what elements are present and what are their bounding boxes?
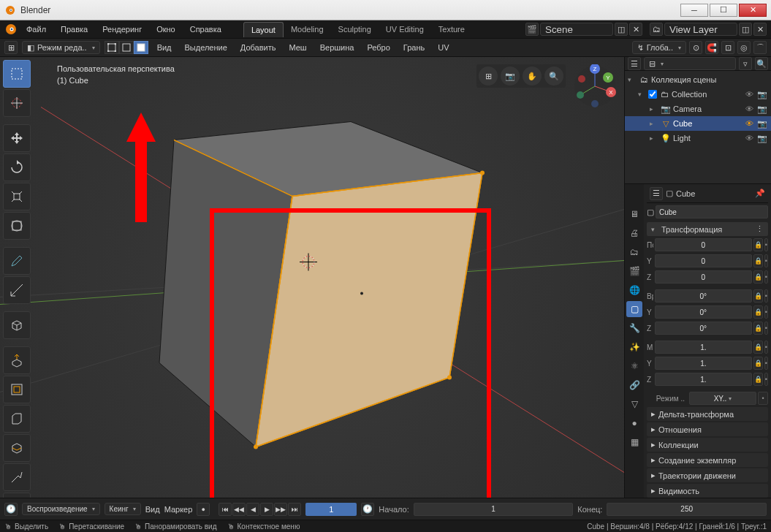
transform-panel-header[interactable]: ▾ Трансформация ⋮ xyxy=(647,222,768,236)
outliner-search-icon[interactable]: 🔍 xyxy=(755,57,768,70)
prop-tab-render[interactable]: 🖥 xyxy=(626,206,642,222)
loc-y-input[interactable] xyxy=(655,254,752,267)
collection-checkbox[interactable] xyxy=(648,90,657,99)
jump-start-button[interactable]: ⏮ xyxy=(219,503,232,516)
tool-add-cube[interactable] xyxy=(3,311,31,339)
viewport[interactable]: Пользовательская перспектива (1) Cube ⊞ … xyxy=(0,57,624,498)
loc-x-input[interactable] xyxy=(655,238,752,251)
minimize-button[interactable]: ─ xyxy=(680,4,708,17)
outliner-tree[interactable]: ▾ 🗂 Коллекция сцены ▾ 🗀 Collection 👁 📷 ▸ xyxy=(625,71,771,183)
header-menu-select[interactable]: Выделение xyxy=(181,41,232,54)
tool-rotate[interactable] xyxy=(3,153,31,181)
loc-z-input[interactable] xyxy=(655,270,752,284)
outliner-display-mode[interactable]: ⊟ xyxy=(644,57,736,70)
header-menu-vertex[interactable]: Вершина xyxy=(316,41,359,54)
tree-collection[interactable]: ▾ 🗀 Collection 👁 📷 xyxy=(625,87,771,102)
use-preview-range-button[interactable]: 🕐 xyxy=(361,503,374,516)
scale-y-input[interactable] xyxy=(655,357,752,370)
rot-z-input[interactable] xyxy=(655,322,752,335)
visibility-icon[interactable]: 👁 xyxy=(743,119,755,128)
snap-icon[interactable]: 🧲 xyxy=(705,41,718,54)
navigation-gizmo[interactable]: X Y Z xyxy=(573,64,617,108)
tool-cursor[interactable] xyxy=(3,89,31,117)
visibility-icon[interactable]: 👁 xyxy=(743,134,755,142)
visibility-icon[interactable]: 👁 xyxy=(743,90,755,99)
tool-knife[interactable] xyxy=(3,463,31,491)
outliner-filter-icon[interactable]: ▿ xyxy=(739,57,752,70)
tree-item-camera[interactable]: ▸ 📷 Camera 👁 📷 xyxy=(625,102,771,116)
tab-uv[interactable]: UV Editing xyxy=(379,22,431,37)
face-select-button[interactable] xyxy=(134,41,148,54)
panel-collections[interactable]: ▸Коллекции xyxy=(647,438,768,452)
next-key-button[interactable]: ▶▶ xyxy=(274,503,287,516)
rotation-mode-select[interactable]: XY.. xyxy=(689,392,756,405)
play-button[interactable]: ▶ xyxy=(260,503,273,516)
viewport-zoom-icon[interactable]: 🔍 xyxy=(544,66,563,86)
tree-item-cube[interactable]: ▸ ▽ Cube 👁 📷 xyxy=(625,116,771,131)
edge-select-button[interactable] xyxy=(119,41,134,54)
prop-tab-data[interactable]: ▽ xyxy=(626,396,642,412)
blender-logo[interactable] xyxy=(4,23,18,36)
frame-start-input[interactable] xyxy=(414,503,574,516)
prop-tab-texture[interactable]: ▦ xyxy=(626,434,642,450)
playback-menu[interactable]: Воспроизведение xyxy=(22,503,100,515)
prop-tab-physics[interactable]: ⚛ xyxy=(626,358,642,374)
panel-delta[interactable]: ▸Дельта-трансформа xyxy=(647,407,768,421)
tool-inset[interactable] xyxy=(3,376,31,403)
scale-z-input[interactable] xyxy=(655,373,752,386)
maximize-button[interactable]: ☐ xyxy=(710,4,737,17)
menu-edit[interactable]: Правка xyxy=(55,23,94,36)
viewport-pan-icon[interactable]: ✋ xyxy=(523,66,542,86)
autokey-button[interactable]: ● xyxy=(197,503,210,516)
tool-bevel[interactable] xyxy=(3,405,31,433)
menu-render[interactable]: Рендеринг xyxy=(96,23,148,36)
browse-layer-icon[interactable]: 🗂 xyxy=(650,23,663,36)
tab-layout[interactable]: Layout xyxy=(243,22,284,37)
tree-item-light[interactable]: ▸ 💡 Light 👁 📷 xyxy=(625,131,771,145)
prop-tab-output[interactable]: 🖨 xyxy=(626,225,642,241)
timeline-view[interactable]: Вид xyxy=(145,505,160,514)
panel-visibility[interactable]: ▸Видимость xyxy=(647,484,768,498)
scale-x-input[interactable] xyxy=(655,341,752,354)
play-reverse-button[interactable]: ◀ xyxy=(246,503,259,516)
prop-tab-constraint[interactable]: 🔗 xyxy=(626,377,642,393)
vertex-select-button[interactable] xyxy=(105,41,119,54)
prev-key-button[interactable]: ◀◀ xyxy=(232,503,246,516)
editor-type-icon[interactable]: ⊞ xyxy=(4,41,18,54)
prop-tab-scene[interactable]: 🎬 xyxy=(626,263,642,279)
prop-tab-modifier[interactable]: 🔧 xyxy=(626,320,642,336)
prop-tab-material[interactable]: ● xyxy=(626,415,642,431)
tab-sculpting[interactable]: Sculpting xyxy=(331,22,379,37)
panel-motion-paths[interactable]: ▸Траектории движени xyxy=(647,468,768,482)
menu-help[interactable]: Справка xyxy=(184,23,227,36)
rot-x-input[interactable] xyxy=(655,289,752,303)
snap-type-icon[interactable]: ⊡ xyxy=(721,41,734,54)
new-scene-button[interactable]: ◫ xyxy=(615,23,628,36)
tool-annotate[interactable] xyxy=(3,247,31,275)
tool-extrude[interactable] xyxy=(3,346,31,374)
prop-editor-icon[interactable]: ☰ xyxy=(650,187,663,200)
render-icon[interactable]: 📷 xyxy=(756,119,768,129)
prop-tab-viewlayer[interactable]: 🗂 xyxy=(626,244,642,260)
object-name-input[interactable] xyxy=(656,205,768,218)
proportional-edit-icon[interactable]: ◎ xyxy=(737,41,751,54)
jump-end-button[interactable]: ⏭ xyxy=(288,503,301,516)
render-icon[interactable]: 📷 xyxy=(756,90,768,99)
tab-texture[interactable]: Texture xyxy=(431,22,472,37)
panel-instancing[interactable]: ▸Создание экземпляр xyxy=(647,453,768,467)
menu-window[interactable]: Окно xyxy=(151,23,181,36)
prop-tab-particle[interactable]: ✨ xyxy=(626,339,642,355)
render-icon[interactable]: 📷 xyxy=(756,104,768,114)
orientation-select[interactable]: ↯ Глоба.. xyxy=(632,41,686,54)
timeline-editor-icon[interactable]: 🕐 xyxy=(4,503,18,516)
panel-relations[interactable]: ▸Отношения xyxy=(647,422,768,436)
delete-layer-button[interactable]: ✕ xyxy=(753,23,767,36)
mode-select[interactable]: ◧ Режим реда.. xyxy=(22,41,100,54)
close-button[interactable]: ✕ xyxy=(739,4,767,17)
viewport-camera-icon[interactable]: 📷 xyxy=(501,66,520,86)
current-frame[interactable]: 1 xyxy=(305,503,357,516)
header-menu-view[interactable]: Вид xyxy=(153,41,176,54)
prop-tab-object[interactable]: ▢ xyxy=(626,301,642,317)
outliner-editor-icon[interactable]: ☰ xyxy=(628,57,641,70)
lock-icon[interactable]: 🔒 xyxy=(753,238,763,251)
